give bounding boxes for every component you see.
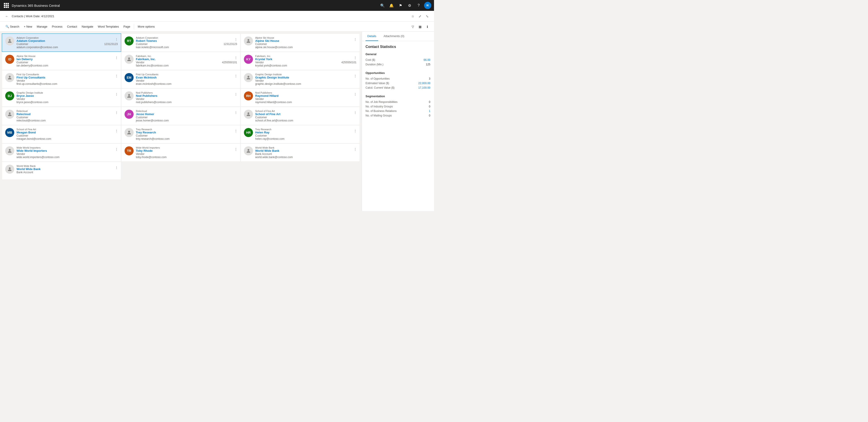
back-button[interactable]: ← bbox=[4, 13, 10, 20]
contact-more-button[interactable]: ⋮ bbox=[114, 73, 119, 79]
contact-more-button[interactable]: ⋮ bbox=[352, 128, 358, 133]
contact-more-button[interactable]: ⋮ bbox=[233, 110, 239, 115]
waffle-button[interactable] bbox=[3, 2, 10, 9]
contact-more-button[interactable]: ⋮ bbox=[233, 55, 239, 60]
contact-card[interactable]: Trey ResearchTrey ResearchCustomertrey.r… bbox=[121, 125, 241, 143]
contact-card[interactable]: First Up ConsultantsFirst Up Consultants… bbox=[2, 70, 121, 88]
contact-meta: Customer bbox=[17, 134, 118, 137]
contact-card[interactable]: RTAdatum CorporationRobert TownesCustome… bbox=[121, 33, 241, 52]
contact-more-button[interactable]: ⋮ bbox=[233, 146, 239, 152]
contact-more-button[interactable]: ⋮ bbox=[233, 36, 239, 42]
contact-card[interactable]: JHRelecloudJesse HomerCustomerjesse.home… bbox=[121, 107, 241, 125]
stat-value[interactable]: 1 bbox=[429, 110, 430, 113]
navigate-button[interactable]: Navigate bbox=[80, 24, 95, 29]
contact-more-button[interactable]: ⋮ bbox=[114, 128, 119, 133]
contact-card[interactable]: HRTrey ResearchHelen RayCustomerhelen.ra… bbox=[241, 125, 360, 143]
help-icon[interactable]: ? bbox=[415, 2, 422, 9]
contact-name[interactable]: Toby Rhode bbox=[136, 149, 237, 152]
contact-name[interactable]: Bryce Jasso bbox=[17, 94, 118, 97]
contact-more-button[interactable]: ⋮ bbox=[114, 146, 119, 152]
contact-name[interactable]: Raymond Hillard bbox=[255, 94, 356, 97]
contact-card[interactable]: RHNod PublishersRaymond HillardVendorray… bbox=[241, 88, 360, 107]
contact-card[interactable]: Alpine Ski HouseAlpine Ski HouseCustomer… bbox=[241, 33, 360, 52]
contact-type: Customer bbox=[136, 42, 148, 46]
contact-more-button[interactable]: ⋮ bbox=[352, 73, 358, 79]
contact-name[interactable]: Krystal York bbox=[255, 57, 356, 61]
contact-name[interactable]: Meagan Bond bbox=[17, 131, 118, 134]
contact-name[interactable]: Wide World Importers bbox=[17, 149, 118, 152]
columns-icon[interactable]: ▦ bbox=[417, 24, 423, 30]
contact-card[interactable]: IDAlpine Ski HouseIan DeberryCustomerian… bbox=[2, 52, 121, 70]
open-in-new-icon[interactable]: ⤢ bbox=[417, 13, 423, 20]
contact-name[interactable]: Jesse Homer bbox=[136, 112, 237, 116]
panel-tab-details[interactable]: Details bbox=[366, 32, 378, 41]
contact-card[interactable]: World Wide BankWorld Wide BankBank Accou… bbox=[241, 143, 360, 162]
contact-more-button[interactable]: ⋮ bbox=[352, 91, 358, 97]
more-options-button[interactable]: More options bbox=[136, 24, 156, 29]
bell-icon[interactable]: 🔔 bbox=[388, 2, 395, 9]
contact-name[interactable]: Relecloud bbox=[17, 112, 118, 116]
manage-button[interactable]: Manage bbox=[35, 24, 49, 29]
contact-name[interactable]: Graphic Design Institute bbox=[255, 76, 356, 79]
contact-more-button[interactable]: ⋮ bbox=[352, 55, 358, 60]
page-button[interactable]: Page bbox=[122, 24, 132, 29]
contact-name[interactable]: First Up Consultants bbox=[17, 76, 118, 79]
contact-name[interactable]: Evan McIntosh bbox=[136, 76, 237, 79]
contact-card[interactable]: BJGraphic Design InstituteBryce JassoVen… bbox=[2, 88, 121, 107]
contact-button[interactable]: Contact bbox=[65, 24, 79, 29]
contact-company: World Wide Bank bbox=[255, 146, 356, 149]
panel-tab-attachments--0-[interactable]: Attachments (0) bbox=[382, 32, 406, 41]
contact-card[interactable]: Nod PublishersNod PublishersVendornod.pu… bbox=[121, 88, 241, 107]
stat-value[interactable]: 22,000.00 bbox=[418, 82, 430, 85]
contact-card[interactable]: Wide World ImportersWide World Importers… bbox=[2, 143, 121, 162]
contact-card[interactable]: Adatum CorporationAdatum CorporationCust… bbox=[2, 33, 121, 52]
contact-name[interactable]: Nod Publishers bbox=[136, 94, 237, 97]
collapse-icon[interactable]: ⤡ bbox=[424, 13, 430, 20]
contact-name[interactable]: World Wide Bank bbox=[17, 168, 118, 171]
contact-more-button[interactable]: ⋮ bbox=[352, 36, 358, 42]
contact-name[interactable]: World Wide Bank bbox=[255, 149, 356, 152]
contact-card[interactable]: Graphic Design InstituteGraphic Design I… bbox=[241, 70, 360, 88]
contact-card[interactable]: KYFabrikam, Inc.Krystal YorkVendor425555… bbox=[241, 52, 360, 70]
contact-more-button[interactable]: ⋮ bbox=[233, 128, 239, 133]
process-button[interactable]: Process bbox=[50, 24, 64, 29]
contact-name[interactable]: Fabrikam, Inc. bbox=[136, 57, 237, 61]
contact-more-button[interactable]: ⋮ bbox=[114, 164, 119, 170]
contact-name[interactable]: Robert Townes bbox=[136, 39, 237, 42]
bookmark-icon[interactable]: ☆ bbox=[410, 13, 416, 20]
contact-more-button[interactable]: ⋮ bbox=[114, 36, 119, 42]
contact-more-button[interactable]: ⋮ bbox=[233, 73, 239, 79]
contact-meta: Customer123123123 bbox=[136, 42, 237, 46]
contact-name[interactable]: Adatum Corporation bbox=[17, 39, 118, 42]
new-button[interactable]: + New bbox=[22, 24, 34, 29]
user-avatar[interactable]: IK bbox=[424, 2, 431, 9]
contact-card[interactable]: MBSchool of Fine ArtMeagan BondCustomerm… bbox=[2, 125, 121, 143]
filter-icon[interactable]: ▽ bbox=[410, 24, 416, 30]
contact-more-button[interactable]: ⋮ bbox=[114, 91, 119, 97]
gear-icon[interactable]: ⚙ bbox=[406, 2, 413, 9]
stat-value[interactable]: 66.00 bbox=[424, 58, 430, 61]
search-icon[interactable]: 🔍 bbox=[379, 2, 386, 9]
contact-card[interactable]: RelecloudRelecloudCustomerrelecloud@cont… bbox=[2, 107, 121, 125]
contact-more-button[interactable]: ⋮ bbox=[114, 110, 119, 115]
flag-icon[interactable]: ⚑ bbox=[397, 2, 404, 9]
word-templates-button[interactable]: Word Templates bbox=[96, 24, 121, 29]
contact-info: Nod PublishersNod PublishersVendornod.pu… bbox=[136, 91, 237, 104]
contact-card[interactable]: EMFirst Up ConsultantsEvan McIntoshVendo… bbox=[121, 70, 241, 88]
contact-name[interactable]: Ian Deberry bbox=[17, 57, 118, 61]
contact-more-button[interactable]: ⋮ bbox=[114, 55, 119, 60]
contact-name[interactable]: Trey Research bbox=[136, 131, 237, 134]
contact-name[interactable]: School of Fine Art bbox=[255, 112, 356, 116]
contact-more-button[interactable]: ⋮ bbox=[352, 110, 358, 115]
stat-value[interactable]: 17,100.00 bbox=[418, 86, 430, 89]
contact-more-button[interactable]: ⋮ bbox=[352, 146, 358, 152]
info-toolbar-icon[interactable]: ℹ bbox=[424, 24, 430, 30]
contact-name[interactable]: Helen Ray bbox=[255, 131, 356, 134]
contact-card[interactable]: Fabrikam, Inc.Fabrikam, Inc.Vendor425555… bbox=[121, 52, 241, 70]
contact-card[interactable]: World Wide BankWorld Wide BankBank Accou… bbox=[2, 162, 121, 180]
contact-name[interactable]: Alpine Ski House bbox=[255, 39, 356, 42]
contact-card[interactable]: TRWide World ImportersToby RhodeVendorto… bbox=[121, 143, 241, 162]
contact-more-button[interactable]: ⋮ bbox=[233, 91, 239, 97]
search-button[interactable]: 🔍 Search bbox=[4, 24, 21, 29]
contact-card[interactable]: School of Fine ArtSchool of Fine ArtCust… bbox=[241, 107, 360, 125]
